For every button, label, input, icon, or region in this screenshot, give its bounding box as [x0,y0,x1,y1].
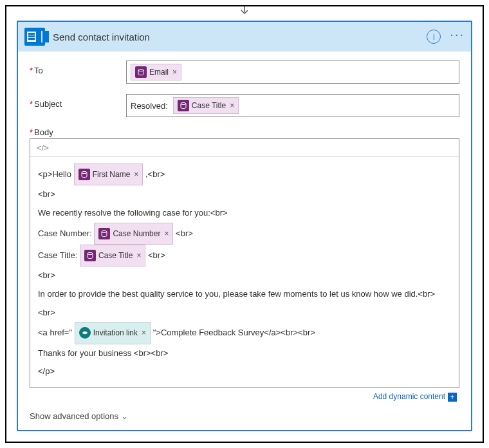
token-case-title[interactable]: Case Title × [80,245,145,266]
body-text: <br> [38,266,451,285]
subject-input[interactable]: Resolved: Case Title × [126,94,459,117]
token-case-number[interactable]: Case Number × [94,223,173,245]
body-text: Case Title: [38,250,80,260]
svg-rect-3 [28,38,35,40]
token-label: First Name [93,166,131,183]
body-label: *Body [30,127,459,137]
voice-connector-icon [79,327,91,339]
body-content[interactable]: <p>Hello First Name × ,<br> <br> We rece… [30,157,459,387]
body-text: We recently resolve the following case f… [38,204,451,223]
chevron-down-icon: ⌄ [121,411,128,421]
to-input[interactable]: Email × [126,61,459,84]
body-text: Case Number: [38,228,94,238]
svg-rect-2 [28,35,35,37]
body-text: ">Complete Feedback Survey</a><br><br> [153,328,315,337]
show-advanced-options[interactable]: Show advanced options⌄ [18,406,471,430]
token-label: Case Title [192,101,226,110]
dataverse-icon [135,66,147,78]
body-text: <br> [38,304,451,322]
subject-label: *Subject [30,94,126,109]
token-label: Email [149,68,169,77]
token-first-name[interactable]: First Name × [74,163,143,185]
dataverse-icon [78,169,90,180]
token-remove-icon[interactable]: × [230,101,234,110]
code-view-toggle[interactable]: </> [37,143,49,153]
token-invitation-link[interactable]: Invitation link × [75,322,151,344]
body-text: ,<br> [145,169,165,179]
dataverse-icon [178,100,189,111]
flow-step-frame: Send contact invitation i ··· *To Email … [5,5,484,443]
token-label: Invitation link [93,324,138,341]
dataverse-icon [84,250,96,261]
subject-prefix-text: Resolved: [131,101,168,111]
body-editor: </> <p>Hello First Name × ,<br> [30,138,459,388]
svg-rect-1 [28,33,35,35]
body-text: Thanks for your business <br><br> [38,344,451,363]
body-text: <br> [38,185,451,204]
dataverse-icon [98,228,110,239]
svg-point-4 [138,69,143,71]
outlook-connector-icon [24,28,45,46]
svg-point-7 [102,230,107,232]
token-remove-icon[interactable]: × [164,225,169,242]
action-card-body: *To Email × *Subject Resolved: Case Titl… [18,51,471,406]
action-card-header[interactable]: Send contact invitation i ··· [18,22,471,51]
token-remove-icon[interactable]: × [142,324,146,341]
plus-icon: + [448,393,457,402]
token-case-title[interactable]: Case Title × [173,97,239,114]
add-dynamic-content-link[interactable]: Add dynamic content+ [373,392,457,401]
token-remove-icon[interactable]: × [136,247,141,264]
subject-row: *Subject Resolved: Case Title × [30,94,459,117]
token-email[interactable]: Email × [131,64,181,80]
body-text: In order to provide the best quality ser… [38,285,451,304]
body-toolbar: </> [30,139,459,157]
more-menu-icon[interactable]: ··· [450,32,465,42]
svg-point-6 [82,172,87,174]
token-label: Case Title [98,247,133,264]
info-icon[interactable]: i [427,30,441,44]
flow-arrow-icon [239,5,250,19]
token-label: Case Number [113,225,160,242]
svg-point-5 [181,102,186,104]
body-text: <p>Hello [38,169,74,179]
to-label: *To [30,61,126,75]
action-title: Send contact invitation [53,32,427,42]
body-text: <a href=" [38,328,72,337]
token-remove-icon[interactable]: × [172,68,177,77]
body-text: </p> [38,362,451,381]
to-row: *To Email × [30,61,459,84]
svg-point-8 [88,253,93,255]
body-section: *Body </> <p>Hello First Name × [30,127,459,403]
action-card: Send contact invitation i ··· *To Email … [17,21,472,431]
body-text: <br> [148,250,165,260]
body-text: <br> [176,228,193,238]
dynamic-content-row: Add dynamic content+ [30,388,459,403]
token-remove-icon[interactable]: × [134,166,138,183]
